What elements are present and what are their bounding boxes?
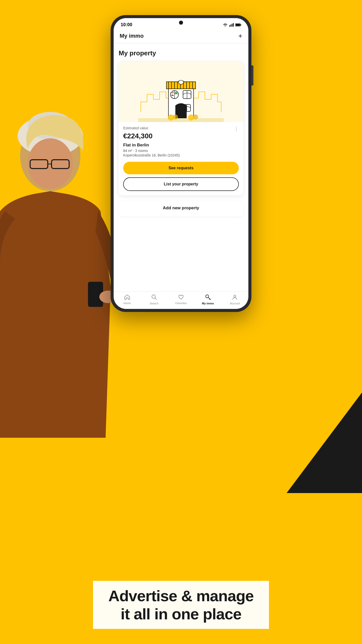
property-card: Estimated value ⋮ €224,300 Flat in Berli… <box>119 62 243 195</box>
bottom-nav: Home Search <box>114 292 248 309</box>
estimated-row: Estimated value ⋮ <box>123 126 239 131</box>
list-property-button[interactable]: List your property <box>123 177 239 191</box>
wifi-icon <box>223 23 228 27</box>
signal-icon <box>229 23 234 27</box>
heart-icon <box>178 295 184 301</box>
svg-point-32 <box>175 92 177 94</box>
status-icons <box>223 23 241 27</box>
app-title: My immo <box>120 33 144 39</box>
svg-rect-37 <box>138 118 224 122</box>
add-property-section: Add new property <box>119 200 243 217</box>
key-icon <box>205 294 211 301</box>
property-details: 84 m² · 3 rooms <box>123 149 239 153</box>
tagline-area: Advertise & manage it all in one place <box>93 581 269 629</box>
property-info: Estimated value ⋮ €224,300 Flat in Berli… <box>119 122 243 195</box>
svg-rect-10 <box>231 24 231 27</box>
nav-label-search: Search <box>150 302 158 305</box>
svg-rect-11 <box>232 24 233 27</box>
battery-icon <box>235 23 241 27</box>
nav-label-account: Account <box>230 302 240 305</box>
see-requests-button[interactable]: See requests <box>123 162 239 174</box>
svg-line-43 <box>155 298 157 300</box>
add-property-title: Add new property <box>123 206 239 211</box>
section-title: My property <box>119 49 243 57</box>
nav-item-home[interactable]: Home <box>114 295 141 305</box>
add-button[interactable]: + <box>238 32 242 39</box>
property-name: Flat in Berlin <box>123 143 239 148</box>
svg-rect-14 <box>241 24 241 25</box>
svg-point-28 <box>178 80 184 84</box>
phone-mockup: 10:00 <box>111 15 251 312</box>
tagline-line1: Advertise & manage <box>103 587 259 605</box>
main-content: My property <box>114 43 248 292</box>
svg-rect-9 <box>229 25 230 27</box>
nav-item-account[interactable]: Account <box>221 294 248 305</box>
svg-point-31 <box>171 91 174 94</box>
property-address: Kopernikusstraße 16, Berlin (10245) <box>123 153 239 157</box>
property-illustration <box>119 62 243 122</box>
svg-point-48 <box>234 295 236 297</box>
search-icon <box>151 294 157 301</box>
svg-rect-15 <box>236 24 240 26</box>
nav-label-myimmo: My immo <box>202 302 214 305</box>
more-options-button[interactable]: ⋮ <box>234 126 239 131</box>
person-icon <box>232 294 238 301</box>
status-time: 10:00 <box>121 22 132 27</box>
nav-item-myimmo[interactable]: My immo <box>195 294 221 305</box>
svg-point-3 <box>28 138 73 189</box>
svg-rect-12 <box>233 23 234 27</box>
top-nav: My immo + <box>114 29 248 43</box>
nav-label-home: Home <box>123 302 131 305</box>
property-price: €224,300 <box>123 132 239 140</box>
tagline-line2: it all in one place <box>103 605 259 623</box>
svg-point-39 <box>173 114 178 119</box>
nav-item-search[interactable]: Search <box>141 294 167 305</box>
building-illustration <box>138 62 224 122</box>
home-icon <box>124 295 130 301</box>
estimated-label-text: Estimated value <box>123 126 148 130</box>
nav-item-favorites[interactable]: Favorites <box>167 295 194 305</box>
phone-frame: 10:00 <box>111 15 251 312</box>
svg-point-41 <box>193 114 198 119</box>
nav-label-favorites: Favorites <box>175 302 187 305</box>
camera-notch <box>179 21 183 25</box>
phone-screen: 10:00 <box>114 18 248 309</box>
